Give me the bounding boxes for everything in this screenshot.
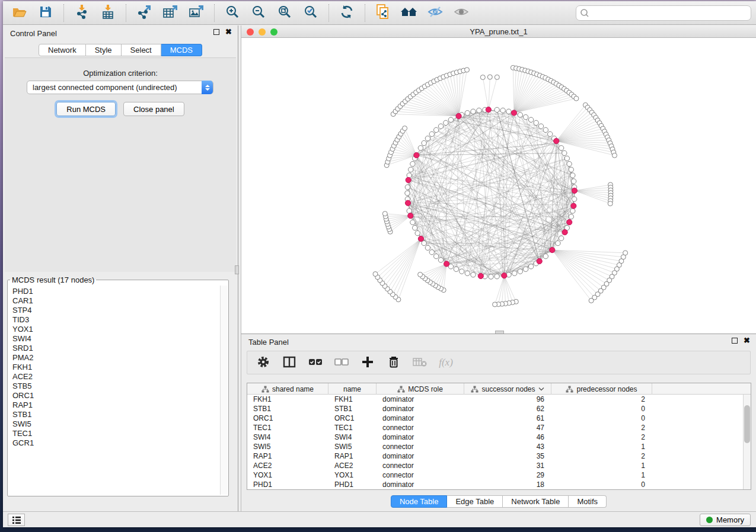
export-network-button[interactable]: [131, 3, 157, 23]
table-row[interactable]: SWI4SWI4dominator462: [247, 432, 751, 442]
column-header-successor-nodes[interactable]: successor nodes: [464, 383, 551, 395]
table-row[interactable]: YOX1YOX1connector291: [247, 470, 751, 480]
result-node-item[interactable]: SWI4: [12, 334, 219, 344]
table-row[interactable]: FKH1FKH1dominator962: [247, 395, 751, 404]
select-all-button[interactable]: [307, 354, 324, 371]
maximize-window-icon[interactable]: [270, 28, 277, 36]
mcds-result-list[interactable]: PHD1CAR1STP4TID3YOX1SWI4SRD1PMA2FKH1ACE2…: [8, 286, 219, 495]
deselect-all-button[interactable]: [333, 354, 350, 371]
cell-shared-name[interactable]: STB1: [247, 404, 328, 414]
cell-shared-name[interactable]: SWI5: [247, 442, 328, 451]
tab-mcds[interactable]: MCDS: [161, 44, 202, 56]
cell-shared-name[interactable]: RAP1: [247, 451, 328, 461]
criterion-select[interactable]: largest connected component (undirected): [27, 81, 213, 94]
zoom-selected-button[interactable]: [298, 3, 324, 23]
cell-MCDS-role[interactable]: dominator: [377, 414, 464, 423]
cell-name[interactable]: RAP1: [328, 451, 377, 461]
result-node-item[interactable]: YOX1: [12, 325, 219, 334]
result-node-item[interactable]: RAP1: [12, 400, 219, 410]
tab-edge-table[interactable]: Edge Table: [447, 495, 503, 508]
cell-MCDS-role[interactable]: dominator: [377, 451, 464, 461]
network-canvas[interactable]: [241, 38, 756, 334]
cell-name[interactable]: ORC1: [328, 414, 377, 423]
split-column-button[interactable]: [280, 354, 298, 371]
refresh-view-button[interactable]: [334, 3, 360, 23]
cell-shared-name[interactable]: TEC1: [247, 423, 328, 432]
table-row[interactable]: PHD1PHD1dominator180: [247, 480, 751, 489]
result-node-item[interactable]: STB1: [12, 410, 219, 419]
result-node-item[interactable]: STB5: [12, 382, 219, 391]
table-row[interactable]: ORC1ORC1dominator610: [247, 414, 751, 423]
cell-predecessor-nodes[interactable]: 2: [551, 395, 652, 404]
search-input[interactable]: [576, 5, 751, 21]
open-file-button[interactable]: [7, 3, 33, 23]
result-node-item[interactable]: ACE2: [12, 372, 219, 382]
table-row[interactable]: SWI5SWI5connector431: [247, 442, 751, 451]
run-mcds-button[interactable]: Run MCDS: [56, 102, 116, 116]
cell-predecessor-nodes[interactable]: 2: [551, 432, 652, 442]
cell-name[interactable]: ACE2: [328, 461, 377, 470]
table-row[interactable]: STB1STB1dominator620: [247, 404, 751, 414]
cell-predecessor-nodes[interactable]: 1: [551, 442, 652, 451]
cell-shared-name[interactable]: YOX1: [247, 470, 328, 480]
cell-name[interactable]: SWI5: [328, 442, 377, 451]
cell-shared-name[interactable]: FKH1: [247, 395, 328, 404]
column-header-name[interactable]: name: [328, 383, 377, 395]
float-table-panel-icon[interactable]: [732, 338, 738, 344]
cell-name[interactable]: TEC1: [328, 423, 377, 432]
show-all-button[interactable]: [448, 3, 474, 23]
cell-successor-nodes[interactable]: 47: [464, 423, 551, 432]
cell-MCDS-role[interactable]: connector: [377, 461, 464, 470]
close-panel-button[interactable]: Close panel: [123, 102, 184, 116]
table-row[interactable]: RAP1RAP1dominator352: [247, 451, 751, 461]
close-window-icon[interactable]: [247, 28, 254, 36]
result-node-item[interactable]: STP4: [12, 306, 219, 315]
cell-name[interactable]: PHD1: [328, 480, 377, 489]
cell-name[interactable]: STB1: [328, 404, 377, 414]
cell-name[interactable]: SWI4: [328, 432, 377, 442]
tab-select[interactable]: Select: [122, 44, 161, 56]
hide-selected-button[interactable]: [422, 3, 448, 23]
memory-button[interactable]: Memory: [700, 514, 751, 526]
save-session-button[interactable]: [33, 3, 59, 23]
table-row[interactable]: TEC1TEC1connector472: [247, 423, 751, 432]
cell-successor-nodes[interactable]: 46: [464, 432, 551, 442]
cell-MCDS-role[interactable]: connector: [377, 470, 464, 480]
table-row[interactable]: ACE2ACE2connector311: [247, 461, 751, 470]
column-header-shared-name[interactable]: shared name: [247, 383, 328, 395]
result-node-item[interactable]: PHD1: [12, 287, 219, 296]
cell-predecessor-nodes[interactable]: 1: [551, 461, 652, 470]
close-panel-icon[interactable]: ✖: [225, 29, 232, 35]
zoom-fit-button[interactable]: [272, 3, 298, 23]
cell-successor-nodes[interactable]: 18: [464, 480, 551, 489]
cell-name[interactable]: FKH1: [328, 395, 377, 404]
cell-predecessor-nodes[interactable]: 0: [551, 404, 652, 414]
cell-predecessor-nodes[interactable]: 2: [551, 451, 652, 461]
table-scrollbar[interactable]: [743, 395, 751, 489]
close-table-panel-icon[interactable]: ✖: [744, 338, 750, 344]
cell-predecessor-nodes[interactable]: 1: [551, 470, 652, 480]
result-node-item[interactable]: TID3: [12, 315, 219, 325]
result-node-item[interactable]: CAR1: [12, 296, 219, 306]
cell-predecessor-nodes[interactable]: 0: [551, 480, 652, 489]
result-node-item[interactable]: FKH1: [12, 363, 219, 372]
export-table-button[interactable]: [157, 3, 183, 23]
function-builder-button[interactable]: f(x): [437, 354, 455, 371]
import-table-button[interactable]: [95, 3, 121, 23]
delete-table-button[interactable]: [411, 354, 429, 371]
tab-node-table[interactable]: Node Table: [391, 495, 448, 508]
cell-successor-nodes[interactable]: 35: [464, 451, 551, 461]
cell-successor-nodes[interactable]: 62: [464, 404, 551, 414]
cell-MCDS-role[interactable]: dominator: [377, 404, 464, 414]
cell-MCDS-role[interactable]: dominator: [377, 395, 464, 404]
cell-MCDS-role[interactable]: connector: [377, 423, 464, 432]
gear-button[interactable]: [254, 354, 272, 371]
cell-shared-name[interactable]: ORC1: [247, 414, 328, 423]
vertical-splitter-grip[interactable]: [235, 265, 239, 274]
cell-shared-name[interactable]: ACE2: [247, 461, 328, 470]
cell-name[interactable]: YOX1: [328, 470, 377, 480]
result-node-item[interactable]: PMA2: [12, 353, 219, 363]
result-node-item[interactable]: GCR1: [12, 438, 219, 448]
tab-network[interactable]: Network: [39, 44, 86, 56]
cell-successor-nodes[interactable]: 96: [464, 395, 551, 404]
